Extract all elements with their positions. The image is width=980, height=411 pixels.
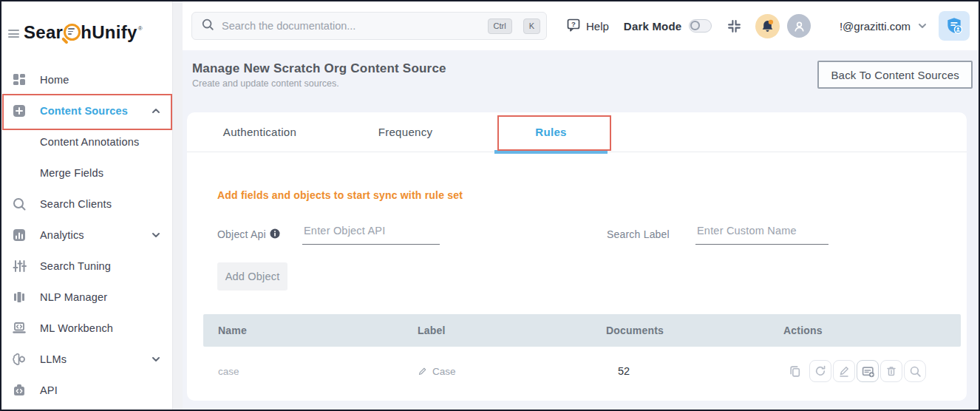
table-header-row: Name Label Documents Actions <box>203 314 961 347</box>
rules-hint-text: Add fields and objects to start sync wit… <box>217 189 463 201</box>
nlp-manager-icon <box>12 290 27 305</box>
doc-search-box[interactable]: Ctrl K <box>191 12 547 40</box>
notifications-button[interactable] <box>755 14 780 38</box>
sidebar-item-analytics[interactable]: Analytics <box>1 220 172 251</box>
sidebar-item-home[interactable]: Home <box>1 64 172 95</box>
magnifier-icon <box>909 365 922 378</box>
trash-icon <box>885 365 897 377</box>
sidebar-item-label: ML Workbench <box>40 322 113 334</box>
ml-workbench-icon <box>12 321 27 336</box>
help-icon: ? <box>566 18 581 35</box>
edit-button[interactable] <box>833 360 855 382</box>
objects-table: Name Label Documents Actions case Case 5… <box>203 314 961 395</box>
plus-square-icon <box>12 103 27 118</box>
sidebar-item-search-clients[interactable]: Search Clients <box>1 188 172 220</box>
tuning-sliders-icon <box>12 259 27 274</box>
hamburger-menu-icon[interactable] <box>8 30 19 38</box>
chevron-down-icon[interactable] <box>150 229 162 241</box>
table-row: case Case 52 <box>203 347 961 395</box>
sidebar-item-label: Home <box>40 74 69 86</box>
svg-text:?: ? <box>571 20 576 28</box>
object-api-input[interactable] <box>302 225 440 245</box>
tab-label: Authentication <box>223 126 296 138</box>
registered-mark: ® <box>138 25 143 32</box>
tab-authentication[interactable]: Authentication <box>187 112 333 152</box>
compress-icon[interactable] <box>727 18 742 34</box>
logo-text-post: hUnify <box>81 22 137 43</box>
cell-label: Case <box>403 366 591 377</box>
account-menu[interactable]: !@grazitti.com <box>840 20 928 33</box>
col-header-name: Name <box>203 325 403 336</box>
copy-button[interactable] <box>783 360 806 382</box>
sidebar-item-label: LLMs <box>40 353 67 365</box>
object-api-label: Object Api <box>217 228 280 240</box>
cell-actions <box>769 360 961 382</box>
sidebar-item-content-annotations[interactable]: Content Annotations <box>1 126 172 157</box>
col-header-actions: Actions <box>769 325 961 336</box>
app-window: SearhUnify® Home Content Sources C <box>0 0 980 411</box>
cell-name: case <box>203 366 403 377</box>
search-label-input[interactable] <box>695 225 828 245</box>
doc-search-input[interactable] <box>222 20 480 32</box>
kbd-k: K <box>523 18 540 34</box>
sidebar-item-content-sources[interactable]: Content Sources <box>1 95 172 126</box>
shield-user-icon <box>945 16 964 35</box>
sidebar-item-llms[interactable]: LLMs <box>1 344 172 375</box>
help-button[interactable]: ? Help <box>566 18 609 35</box>
pencil-icon[interactable] <box>418 367 427 376</box>
sidebar-item-merge-fields[interactable]: Merge Fields <box>1 157 172 188</box>
sidebar-item-label: API <box>40 384 58 396</box>
copy-icon <box>789 365 801 378</box>
tab-bar: Authentication Frequency Rules <box>187 112 967 152</box>
sidebar-item-nlp-manager[interactable]: NLP Manager <box>1 282 172 313</box>
page-subtitle: Create and update content sources. <box>192 78 339 89</box>
info-icon[interactable] <box>270 228 280 239</box>
admin-shield-button[interactable] <box>939 11 970 41</box>
col-header-label: Label <box>403 325 591 336</box>
magnifier-logo-icon <box>64 24 81 41</box>
person-icon <box>792 19 806 33</box>
logo[interactable]: SearhUnify® <box>24 22 143 43</box>
sidebar-item-search-tuning[interactable]: Search Tuning <box>1 251 172 282</box>
topbar: Ctrl K ? Help Dark Mode !@grazit <box>183 1 979 50</box>
sidebar-item-ml-workbench[interactable]: ML Workbench <box>1 313 172 344</box>
sidebar-scrollbar[interactable] <box>172 1 183 410</box>
tab-frequency[interactable]: Frequency <box>333 112 478 152</box>
search-icon <box>12 197 27 211</box>
dark-mode-label: Dark Mode <box>624 20 682 33</box>
col-header-documents: Documents <box>591 325 769 336</box>
add-object-button[interactable]: Add Object <box>217 262 287 291</box>
add-document-button[interactable] <box>857 360 879 382</box>
bell-icon <box>760 19 775 33</box>
edit-pencil-icon <box>838 365 850 377</box>
chevron-up-icon[interactable] <box>150 105 162 117</box>
sidebar: SearhUnify® Home Content Sources C <box>1 1 172 410</box>
refresh-icon <box>814 365 826 377</box>
dark-mode-toggle[interactable] <box>689 19 712 33</box>
tab-rules[interactable]: Rules <box>478 112 624 152</box>
sidebar-header: SearhUnify® <box>1 18 172 52</box>
analytics-icon <box>12 228 27 242</box>
user-avatar-button[interactable] <box>787 14 811 38</box>
tab-label: Rules <box>535 126 566 138</box>
sidebar-item-label: Content Sources <box>40 105 128 117</box>
chevron-down-icon <box>916 20 928 32</box>
sidebar-item-label: Search Clients <box>40 198 112 210</box>
sidebar-item-label: Search Tuning <box>40 260 111 272</box>
chevron-down-icon[interactable] <box>150 353 162 365</box>
document-add-icon <box>862 365 874 378</box>
page-header: Manage New Scratch Org Content Source Cr… <box>183 50 979 112</box>
sidebar-item-label: Analytics <box>40 229 84 241</box>
api-icon <box>12 383 27 398</box>
content-source-card: Authentication Frequency Rules Add field… <box>187 112 967 401</box>
delete-button[interactable] <box>880 360 902 382</box>
preview-search-button[interactable] <box>904 360 926 382</box>
refresh-button[interactable] <box>809 360 831 382</box>
sidebar-item-label: Merge Fields <box>40 167 103 179</box>
back-to-content-sources-button[interactable]: Back To Content Sources <box>817 61 973 89</box>
dashboard-icon <box>12 72 27 87</box>
logo-text-pre: Sear <box>24 22 63 43</box>
sidebar-item-api[interactable]: API <box>1 375 172 406</box>
llm-brain-icon <box>12 352 27 367</box>
cell-documents: 52 <box>591 365 769 377</box>
